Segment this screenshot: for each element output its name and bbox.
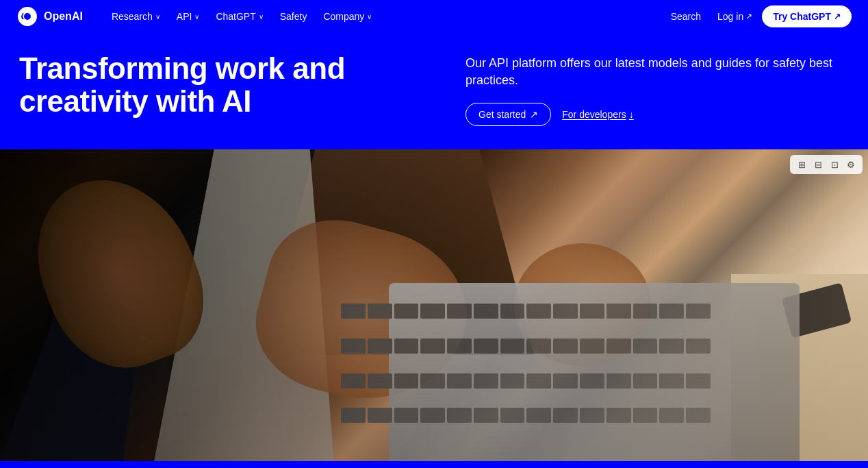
toolbar-btn-3[interactable]: ⊡ <box>827 157 842 172</box>
openai-logo-icon <box>16 5 38 27</box>
nav-research[interactable]: Research ∨ <box>105 7 167 26</box>
chevron-down-icon: ∨ <box>155 13 160 21</box>
brand-logo[interactable]: OpenAI <box>16 5 83 27</box>
hero-image: ⊞ ⊟ ⊡ ⚙ <box>0 149 868 461</box>
hero-title: Transforming work and creativity with AI <box>19 52 375 119</box>
hero-left: Transforming work and creativity with AI <box>19 52 438 119</box>
nav-api[interactable]: API ∨ <box>170 7 207 26</box>
chevron-down-icon: ∨ <box>367 13 372 21</box>
arrow-icon: ↗ <box>745 12 752 21</box>
try-chatgpt-button[interactable]: Try ChatGPT ↗ <box>762 5 852 27</box>
image-toolbar: ⊞ ⊟ ⊡ ⚙ <box>790 155 863 174</box>
toolbar-settings-icon[interactable]: ⚙ <box>843 157 858 172</box>
hero-buttons: Get started ↗ For developers ↓ <box>465 103 849 126</box>
hero-right: Our API platform offers our latest model… <box>465 52 849 126</box>
search-button[interactable]: Search <box>664 7 708 26</box>
toolbar-btn-1[interactable]: ⊞ <box>794 157 809 172</box>
photo-overlay <box>0 149 868 461</box>
hero-section: Transforming work and creativity with AI… <box>0 33 868 149</box>
login-button[interactable]: Log in ↗ <box>711 7 759 26</box>
chevron-down-icon: ∨ <box>259 13 264 21</box>
hero-description: Our API platform offers our latest model… <box>465 55 849 89</box>
chevron-down-icon: ∨ <box>194 13 199 21</box>
for-developers-button[interactable]: For developers ↓ <box>562 109 633 120</box>
nav-company[interactable]: Company ∨ <box>316 7 379 26</box>
nav-right: Search Log in ↗ Try ChatGPT ↗ <box>664 5 852 27</box>
arrow-down-icon: ↓ <box>629 109 634 120</box>
brand-name: OpenAI <box>44 10 83 23</box>
navbar: OpenAI Research ∨ API ∨ ChatGPT ∨ Safety… <box>0 0 868 33</box>
get-started-button[interactable]: Get started ↗ <box>465 103 551 126</box>
arrow-icon: ↗ <box>834 12 841 21</box>
nav-chatgpt[interactable]: ChatGPT ∨ <box>209 7 270 26</box>
nav-links: Research ∨ API ∨ ChatGPT ∨ Safety Compan… <box>105 7 664 26</box>
toolbar-btn-2[interactable]: ⊟ <box>810 157 826 172</box>
arrow-icon: ↗ <box>530 109 538 120</box>
nav-safety[interactable]: Safety <box>273 7 314 26</box>
hero-photo <box>0 149 868 461</box>
